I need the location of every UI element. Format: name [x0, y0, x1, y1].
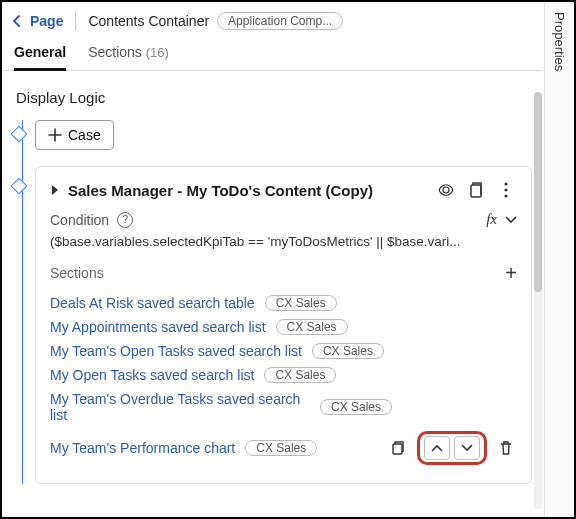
sections-label: Sections: [50, 265, 104, 281]
tab-sections-label: Sections: [88, 44, 142, 60]
svg-point-2: [504, 188, 507, 191]
display-logic-heading: Display Logic: [16, 89, 532, 106]
copy-icon[interactable]: [465, 179, 487, 201]
rail-node-icon: [11, 178, 28, 195]
expand-icon[interactable]: [50, 184, 60, 196]
plus-icon: [48, 128, 62, 142]
section-item: My Appointments saved search list CX Sal…: [50, 315, 517, 339]
breadcrumb-chip[interactable]: Application Comp...: [217, 12, 343, 30]
tab-sections-count: (16): [146, 45, 169, 60]
breadcrumb: Page Contents Container Application Comp…: [2, 10, 542, 40]
section-item: Deals At Risk saved search table CX Sale…: [50, 291, 517, 315]
rail-node-icon: [11, 126, 28, 143]
condition-dropdown-icon[interactable]: [505, 216, 517, 224]
help-icon[interactable]: ?: [117, 212, 133, 228]
svg-rect-4: [393, 444, 402, 454]
case-card: Sales Manager - My ToDo's Content (Copy)…: [35, 166, 532, 484]
svg-rect-0: [471, 185, 481, 197]
back-chevron-icon[interactable]: [12, 14, 22, 28]
section-item: My Open Tasks saved search list CX Sales: [50, 363, 517, 387]
section-tag: CX Sales: [276, 319, 348, 335]
more-icon[interactable]: [495, 179, 517, 201]
svg-point-1: [504, 182, 507, 185]
scroll-thumb[interactable]: [534, 92, 542, 292]
section-item: My Team's Performance chart CX Sales: [50, 427, 517, 469]
section-link[interactable]: My Appointments saved search list: [50, 319, 266, 335]
section-link[interactable]: My Team's Open Tasks saved search list: [50, 343, 302, 359]
delete-icon[interactable]: [495, 437, 517, 459]
tab-sections[interactable]: Sections (16): [88, 44, 169, 68]
duplicate-icon[interactable]: [387, 437, 409, 459]
tabs: General Sections (16): [2, 40, 542, 71]
breadcrumb-container: Contents Container: [88, 13, 209, 29]
tab-general[interactable]: General: [14, 44, 66, 71]
section-link[interactable]: My Team's Overdue Tasks saved search lis…: [50, 391, 310, 423]
section-tag: CX Sales: [245, 440, 317, 456]
section-link[interactable]: My Open Tasks saved search list: [50, 367, 254, 383]
move-down-button[interactable]: [454, 436, 480, 460]
section-link[interactable]: Deals At Risk saved search table: [50, 295, 255, 311]
condition-label: Condition: [50, 212, 109, 228]
visibility-icon[interactable]: [435, 179, 457, 201]
breadcrumb-page[interactable]: Page: [30, 13, 63, 29]
section-tag: CX Sales: [265, 295, 337, 311]
move-up-button[interactable]: [424, 436, 450, 460]
reorder-highlight: [417, 431, 487, 465]
condition-expression[interactable]: ($base.variables.selectedKpiTab == 'myTo…: [50, 234, 517, 249]
add-section-button[interactable]: +: [505, 263, 517, 283]
breadcrumb-separator: [75, 12, 76, 30]
section-tag: CX Sales: [320, 399, 392, 415]
scrollbar[interactable]: [534, 92, 542, 509]
section-item: My Team's Overdue Tasks saved search lis…: [50, 387, 517, 427]
case-title: Sales Manager - My ToDo's Content (Copy): [68, 182, 427, 199]
section-tag: CX Sales: [264, 367, 336, 383]
section-link[interactable]: My Team's Performance chart: [50, 440, 235, 456]
svg-point-3: [504, 194, 507, 197]
fx-label[interactable]: fx: [486, 211, 497, 228]
section-item: My Team's Open Tasks saved search list C…: [50, 339, 517, 363]
section-tag: CX Sales: [312, 343, 384, 359]
properties-label: Properties: [552, 12, 567, 71]
add-case-button[interactable]: Case: [35, 120, 114, 150]
case-button-label: Case: [68, 127, 101, 143]
properties-rail[interactable]: Properties: [544, 2, 574, 517]
